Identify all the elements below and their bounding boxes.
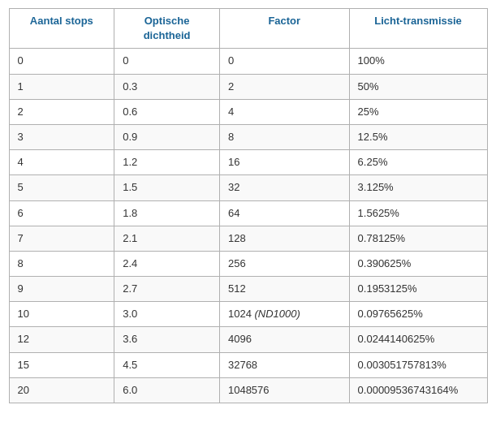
table-row: 82.42560.390625% (9, 251, 487, 276)
cell-optical: 4.5 (114, 352, 220, 377)
cell-stops: 8 (9, 251, 114, 276)
table-row: 41.2166.25% (9, 150, 487, 175)
cell-stops: 0 (9, 49, 114, 74)
cell-factor: 16 (219, 150, 349, 175)
table-row: 61.8641.5625% (9, 200, 487, 226)
cell-factor: 1048576 (219, 377, 349, 403)
cell-factor: 32768 (219, 352, 349, 377)
table-row: 000100% (9, 49, 487, 74)
cell-stops: 9 (9, 277, 114, 302)
cell-stops: 20 (9, 377, 114, 403)
table-row: 10.3250% (9, 74, 487, 99)
cell-stops: 6 (9, 200, 114, 226)
cell-transmission: 0.0244140625% (349, 327, 487, 352)
table-row: 20.6425% (9, 99, 487, 124)
table-row: 51.5323.125% (9, 175, 487, 200)
cell-factor: 4 (219, 99, 349, 124)
table-row: 123.640960.0244140625% (9, 327, 487, 352)
cell-stops: 7 (9, 226, 114, 251)
cell-stops: 1 (9, 74, 114, 99)
header-factor: Factor (219, 9, 349, 49)
cell-transmission: 25% (349, 99, 487, 124)
cell-transmission: 1.5625% (349, 200, 487, 226)
cell-transmission: 3.125% (349, 175, 487, 200)
cell-transmission: 0.390625% (349, 251, 487, 276)
cell-stops: 3 (9, 124, 114, 149)
table-row: 154.5327680.003051757813% (9, 352, 487, 377)
cell-optical: 1.2 (114, 150, 220, 175)
cell-transmission: 6.25% (349, 150, 487, 175)
cell-factor: 8 (219, 124, 349, 149)
cell-transmission: 0.1953125% (349, 277, 487, 302)
cell-stops: 4 (9, 150, 114, 175)
cell-factor: 4096 (219, 327, 349, 352)
cell-stops: 10 (9, 302, 114, 327)
cell-stops: 15 (9, 352, 114, 377)
cell-factor: 128 (219, 226, 349, 251)
header-transmission: Licht-transmissie (349, 9, 487, 49)
cell-factor: 256 (219, 251, 349, 276)
cell-transmission: 0.00009536743164% (349, 377, 487, 403)
cell-optical: 2.1 (114, 226, 220, 251)
nd-filter-table: Aantal stops Optische dichtheid Factor L… (9, 8, 488, 403)
cell-stops: 2 (9, 99, 114, 124)
cell-optical: 6.0 (114, 377, 220, 403)
cell-optical: 0.6 (114, 99, 220, 124)
cell-transmission: 12.5% (349, 124, 487, 149)
table-row: 206.010485760.00009536743164% (9, 377, 487, 403)
cell-factor: 32 (219, 175, 349, 200)
cell-optical: 2.4 (114, 251, 220, 276)
cell-transmission: 0.78125% (349, 226, 487, 251)
cell-transmission: 0.003051757813% (349, 352, 487, 377)
cell-factor: 512 (219, 277, 349, 302)
cell-factor: 0 (219, 49, 349, 74)
cell-optical: 3.6 (114, 327, 220, 352)
cell-optical: 0.9 (114, 124, 220, 149)
cell-transmission: 0.09765625% (349, 302, 487, 327)
header-stops: Aantal stops (9, 9, 114, 49)
cell-optical: 2.7 (114, 277, 220, 302)
cell-factor: 64 (219, 200, 349, 226)
cell-optical: 1.5 (114, 175, 220, 200)
header-optical: Optische dichtheid (114, 9, 220, 49)
cell-optical: 1.8 (114, 200, 220, 226)
cell-optical: 3.0 (114, 302, 220, 327)
table-row: 103.01024 (ND1000)0.09765625% (9, 302, 487, 327)
cell-transmission: 100% (349, 49, 487, 74)
table-row: 72.11280.78125% (9, 226, 487, 251)
table-row: 92.75120.1953125% (9, 277, 487, 302)
cell-optical: 0.3 (114, 74, 220, 99)
cell-factor: 1024 (ND1000) (219, 302, 349, 327)
table-row: 30.9812.5% (9, 124, 487, 149)
cell-transmission: 50% (349, 74, 487, 99)
cell-optical: 0 (114, 49, 220, 74)
cell-stops: 12 (9, 327, 114, 352)
cell-stops: 5 (9, 175, 114, 200)
cell-factor: 2 (219, 74, 349, 99)
